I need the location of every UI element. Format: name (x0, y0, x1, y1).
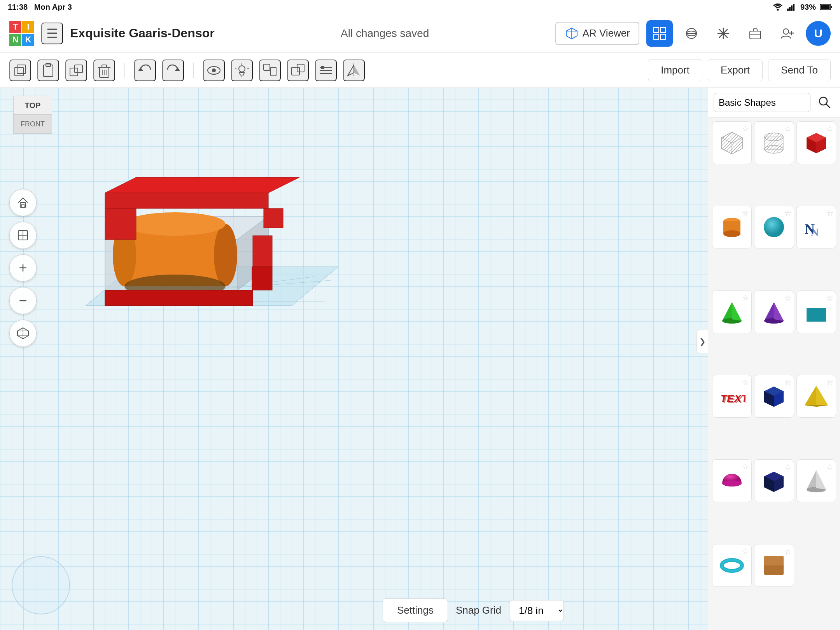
canvas-area[interactable]: TOP FRONT (0, 88, 708, 630)
shape-torus-teal[interactable]: ☆ (712, 544, 752, 587)
undo-button[interactable] (134, 60, 156, 81)
user-avatar[interactable]: U (806, 21, 831, 46)
fit-view-button[interactable] (9, 222, 37, 249)
zoom-in-button[interactable]: + (9, 254, 37, 282)
svg-rect-13 (654, 34, 659, 39)
svg-point-124 (723, 230, 740, 237)
favorite-star[interactable]: ☆ (742, 293, 749, 303)
shape-pyramid-yellow[interactable]: ☆ (796, 375, 836, 418)
shape-cylinder-hole[interactable]: ☆ (754, 121, 794, 164)
favorite-star[interactable]: ☆ (826, 378, 833, 387)
toolbar: Import Export Send To (0, 53, 840, 88)
home-button[interactable] (9, 189, 37, 216)
shape-align-button[interactable] (259, 60, 281, 81)
favorite-star[interactable]: ☆ (784, 124, 791, 133)
duplicate-button[interactable] (65, 60, 87, 81)
redo-icon (164, 62, 182, 79)
export-button[interactable]: Export (708, 59, 763, 81)
favorite-star[interactable]: ☆ (784, 378, 791, 387)
mirror-button[interactable] (343, 60, 365, 81)
favorite-star[interactable]: ☆ (826, 208, 833, 218)
text-red-icon: TEXT TEXT (718, 383, 746, 410)
shape-box-hole[interactable]: ☆ (712, 121, 752, 164)
shape-cone-purple[interactable]: ☆ (754, 290, 794, 333)
favorite-star[interactable]: ☆ (784, 293, 791, 303)
left-controls: + − (9, 189, 37, 347)
mirror-icon (345, 62, 362, 79)
copy-plane-button[interactable] (9, 60, 31, 81)
eye-button[interactable] (203, 60, 225, 81)
briefcase-button[interactable] (742, 20, 768, 47)
redo-button[interactable] (162, 60, 184, 81)
cone-green-icon (718, 298, 746, 326)
shape-cone-gray[interactable]: ☆ (796, 459, 836, 502)
half-sphere-magenta-icon (718, 467, 746, 494)
shape-category-dropdown[interactable]: Basic Shapes (714, 93, 810, 112)
favorite-star[interactable]: ☆ (784, 547, 791, 556)
align-button[interactable] (315, 60, 337, 81)
text3d-icon: N N (803, 214, 830, 241)
favorite-star[interactable]: ☆ (742, 378, 749, 387)
briefcase-icon (749, 27, 762, 40)
view-cube-top[interactable]: TOP (13, 96, 52, 115)
favorite-star[interactable]: ☆ (742, 124, 749, 133)
ar-viewer-button[interactable]: AR Viewer (555, 22, 639, 45)
add-user-button[interactable] (774, 20, 800, 47)
grid-view-button[interactable] (646, 20, 673, 47)
shape-box-navy[interactable]: ☆ (754, 459, 794, 502)
shape-text-red[interactable]: ☆ TEXT TEXT (712, 375, 752, 418)
favorite-star[interactable]: ☆ (826, 293, 833, 303)
svg-marker-40 (175, 67, 180, 71)
menu-button[interactable]: ☰ (41, 23, 63, 44)
right-panel: ❯ (708, 53, 840, 630)
shape-box-darkblue[interactable]: ☆ (754, 375, 794, 418)
favorite-star[interactable]: ☆ (826, 124, 833, 133)
paste-icon (40, 62, 57, 79)
shape-half-sphere-magenta[interactable]: ☆ (712, 459, 752, 502)
project-title[interactable]: Exquisite Gaaris-Densor (70, 26, 215, 40)
zoom-out-button[interactable]: − (9, 287, 37, 314)
logo-t: T (9, 21, 21, 33)
shape-text-3d[interactable]: ☆ N N (796, 206, 836, 248)
cylinder-orange-icon (718, 214, 746, 241)
shape-wedge-teal[interactable]: ☆ (796, 290, 836, 333)
favorite-star[interactable]: ☆ (784, 208, 791, 218)
panel-collapse-button[interactable]: ❯ (696, 330, 708, 353)
magic-button[interactable] (710, 20, 737, 47)
snap-grid-select[interactable]: 1/16 in 1/8 in 1/4 in 1/2 in 1 in (509, 600, 564, 621)
shape-cylinder-orange[interactable]: ☆ (712, 206, 752, 248)
shape2-button[interactable] (287, 60, 309, 81)
orbit-view-button[interactable] (678, 20, 705, 47)
tinkercad-logo[interactable]: T I N K (9, 21, 34, 46)
undo-icon (136, 62, 154, 79)
favorite-star[interactable]: ☆ (784, 462, 791, 471)
favorite-star[interactable]: ☆ (742, 208, 749, 218)
delete-icon (96, 62, 113, 79)
paste-button[interactable] (37, 60, 59, 81)
shape2-icon (289, 62, 306, 79)
favorite-star[interactable]: ☆ (826, 462, 833, 471)
compass-wheel[interactable] (12, 556, 70, 614)
favorite-star[interactable]: ☆ (742, 547, 749, 556)
view-cube-front[interactable]: FRONT (13, 114, 52, 134)
send-to-button[interactable]: Send To (768, 59, 831, 81)
svg-rect-32 (75, 65, 82, 73)
perspective-button[interactable] (9, 320, 37, 347)
svg-rect-14 (660, 34, 665, 39)
import-button[interactable]: Import (648, 59, 702, 81)
favorite-star[interactable]: ☆ (742, 462, 749, 471)
battery-icon (820, 4, 832, 10)
shape-sphere-teal[interactable]: ☆ (754, 206, 794, 248)
shape-partial[interactable]: ☆ (754, 544, 794, 587)
light-button[interactable] (231, 60, 253, 81)
svg-rect-31 (70, 68, 78, 76)
top-right-tools: U (646, 20, 831, 47)
shape-cone-green[interactable]: ☆ (712, 290, 752, 333)
delete-button[interactable] (93, 60, 115, 81)
pyramid-yellow-icon (803, 383, 830, 410)
view-cube[interactable]: TOP FRONT (9, 96, 56, 142)
settings-button[interactable]: Settings (383, 598, 448, 622)
wedge-teal-icon (803, 298, 830, 326)
search-button[interactable] (814, 92, 835, 112)
shape-box-red[interactable]: ☆ (796, 121, 836, 164)
